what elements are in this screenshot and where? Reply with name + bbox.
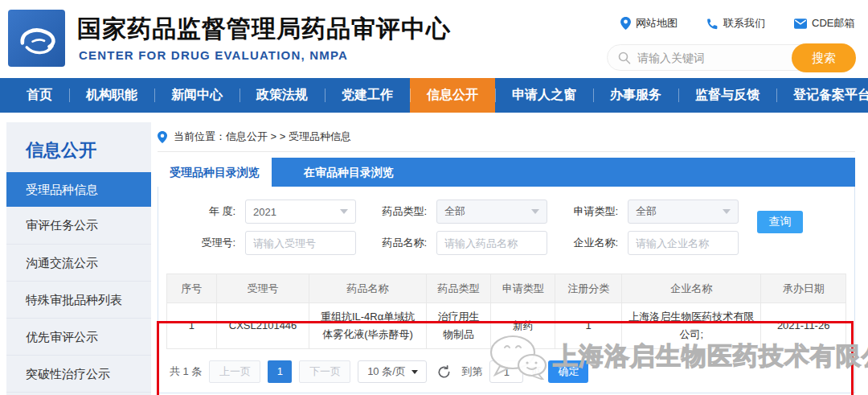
drug-name-label: 药品名称: bbox=[371, 236, 427, 250]
main-panel: 当前位置：信息公开 > > 受理品种信息 受理品种目录浏览 在审品种目录浏览 年… bbox=[158, 122, 855, 395]
content: 信息公开 受理品种信息 审评任务公示 沟通交流公示 特殊审批品种列表 优先审评公… bbox=[0, 122, 868, 395]
drug-type-select[interactable]: 全部 bbox=[436, 200, 547, 224]
filter-form: 年 度: 2021 药品类型: 全部 bbox=[158, 187, 854, 264]
sidebar: 信息公开 受理品种信息 审评任务公示 沟通交流公示 特殊审批品种列表 优先审评公… bbox=[6, 122, 151, 395]
drug-type-value: 全部 bbox=[444, 204, 465, 219]
sidebar-item-communication[interactable]: 沟通交流公示 bbox=[6, 244, 151, 281]
drug-type-label: 药品类型: bbox=[371, 204, 427, 219]
tabbar: 受理品种目录浏览 在审品种目录浏览 bbox=[158, 158, 855, 187]
cell-seq: 1 bbox=[167, 303, 217, 349]
tab-panel: 年 度: 2021 药品类型: 全部 bbox=[158, 187, 855, 393]
apply-type-label: 申请类型: bbox=[562, 204, 618, 219]
goto-prefix: 到第 bbox=[461, 364, 482, 379]
header-search: 搜索 bbox=[607, 44, 856, 72]
next-page-button[interactable]: 下一页 bbox=[299, 360, 350, 383]
company-label: 企业名称: bbox=[562, 236, 618, 250]
location-pin-icon bbox=[158, 131, 167, 143]
page-size-value: 10 条/页 bbox=[367, 364, 406, 379]
goto-page-input[interactable] bbox=[489, 360, 523, 383]
cde-logo bbox=[8, 10, 65, 67]
company-input[interactable] bbox=[628, 231, 739, 255]
cell-drug-type: 治疗用生物制品 bbox=[426, 303, 490, 349]
nav-item-supervision[interactable]: 监督与反馈 bbox=[678, 78, 776, 113]
sidebar-item-priority-review[interactable]: 优先审评公示 bbox=[6, 318, 151, 355]
cell-apply-type: 新药 bbox=[491, 303, 555, 349]
col-drug-type: 药品类型 bbox=[426, 274, 490, 303]
page-1-button[interactable]: 1 bbox=[268, 360, 292, 383]
year-label: 年 度: bbox=[179, 204, 235, 219]
filter-row-2: 受理号: 药品名称: 企业名称: bbox=[179, 231, 854, 255]
filter-row-1: 年 度: 2021 药品类型: 全部 bbox=[179, 200, 854, 224]
chevron-down-icon bbox=[411, 370, 418, 374]
sidebar-item-accepted-varieties[interactable]: 受理品种信息 bbox=[6, 172, 151, 207]
sidebar-item-three-in-one[interactable]: 三合一序列公示 bbox=[6, 392, 151, 395]
pagination: 共 1 条 上一页 1 下一页 10 条/页 到第 bbox=[170, 360, 854, 383]
results-table-wrap: 序号 受理号 药品名称 药品类型 申请类型 注册分类 企业名称 承办日期 bbox=[166, 274, 846, 349]
refresh-button[interactable] bbox=[437, 365, 451, 379]
search-input[interactable] bbox=[637, 51, 774, 64]
sitemap-label: 网站地图 bbox=[636, 16, 678, 31]
nav-item-services[interactable]: 办事服务 bbox=[593, 78, 678, 113]
chevron-down-icon bbox=[531, 209, 539, 214]
cell-drug-name: 重组抗IL-4Rα单域抗体雾化液(毕赤酵母) bbox=[309, 303, 426, 349]
contact-label: 联系我们 bbox=[723, 16, 765, 31]
acceptance-no-label: 受理号: bbox=[179, 236, 235, 250]
apply-type-value: 全部 bbox=[636, 204, 657, 219]
tab-under-review-catalog[interactable]: 在审品种目录浏览 bbox=[272, 158, 426, 187]
site-title-en: CENTER FOR DRUG EVALUATION, NMPA bbox=[79, 48, 348, 62]
nav-item-applicant-window[interactable]: 申请人之窗 bbox=[495, 78, 593, 113]
mailbox-link[interactable]: CDE邮箱 bbox=[794, 16, 854, 31]
query-button[interactable]: 查询 bbox=[757, 211, 803, 233]
year-select[interactable]: 2021 bbox=[245, 200, 356, 224]
sidebar-item-special-approval[interactable]: 特殊审批品种列表 bbox=[6, 281, 151, 318]
sidebar-item-review-tasks[interactable]: 审评任务公示 bbox=[6, 207, 151, 244]
sidebar-title: 信息公开 bbox=[6, 122, 151, 172]
nav-item-info-disclosure[interactable]: 信息公开 bbox=[410, 78, 495, 113]
acceptance-no-input[interactable] bbox=[245, 231, 356, 255]
location-pin-icon bbox=[620, 17, 631, 30]
nav-item-functions[interactable]: 机构职能 bbox=[69, 78, 154, 113]
chevron-down-icon bbox=[340, 209, 348, 214]
drug-name-input[interactable] bbox=[436, 231, 547, 255]
sitemap-link[interactable]: 网站地图 bbox=[620, 16, 678, 31]
cde-swirl-icon bbox=[14, 15, 60, 62]
goto-suffix: 页 bbox=[530, 364, 541, 379]
col-acceptance-no: 受理号 bbox=[216, 274, 309, 303]
nav-item-news[interactable]: 新闻中心 bbox=[154, 78, 240, 113]
nav-item-home[interactable]: 首页 bbox=[10, 78, 69, 113]
search-icon bbox=[618, 51, 631, 64]
col-drug-name: 药品名称 bbox=[309, 274, 426, 303]
cell-reg-class: 1 bbox=[555, 303, 622, 349]
table-row: 1 CXSL2101446 重组抗IL-4Rα单域抗体雾化液(毕赤酵母) 治疗用… bbox=[167, 303, 846, 349]
pagination-total: 共 1 条 bbox=[170, 364, 202, 379]
sidebar-item-breakthrough-therapy[interactable]: 突破性治疗公示 bbox=[6, 355, 151, 392]
nav-item-registration-platform[interactable]: 登记备案平台 bbox=[776, 78, 868, 113]
col-seq: 序号 bbox=[167, 274, 217, 303]
search-button[interactable]: 搜索 bbox=[792, 43, 856, 72]
goto-confirm-button[interactable]: 确定 bbox=[548, 360, 588, 383]
page-size-select[interactable]: 10 条/页 bbox=[358, 360, 427, 383]
breadcrumb-text: 当前位置：信息公开 > > 受理品种信息 bbox=[174, 130, 351, 144]
nav-item-policy[interactable]: 政策法规 bbox=[240, 78, 325, 113]
cell-acceptance-no: CXSL2101446 bbox=[216, 303, 309, 349]
site-header: 国家药品监督管理局药品审评中心 CENTER FOR DRUG EVALUATI… bbox=[0, 0, 868, 78]
col-reg-class: 注册分类 bbox=[555, 274, 622, 303]
site-title-cn: 国家药品监督管理局药品审评中心 bbox=[77, 13, 451, 46]
quick-links: 网站地图 联系我们 CDE邮箱 bbox=[620, 16, 854, 31]
chevron-down-icon bbox=[723, 209, 731, 214]
refresh-icon bbox=[437, 365, 451, 379]
cell-handle-date: 2021-11-26 bbox=[761, 303, 846, 349]
prev-page-button[interactable]: 上一页 bbox=[209, 360, 260, 383]
main-nav: 首页 机构职能 新闻中心 政策法规 党建工作 信息公开 申请人之窗 办事服务 监… bbox=[0, 78, 868, 113]
col-company: 企业名称 bbox=[622, 274, 761, 303]
year-value: 2021 bbox=[253, 206, 276, 218]
tab-accepted-catalog[interactable]: 受理品种目录浏览 bbox=[158, 158, 272, 187]
breadcrumb: 当前位置：信息公开 > > 受理品种信息 bbox=[158, 122, 855, 152]
contact-link[interactable]: 联系我们 bbox=[706, 16, 765, 31]
envelope-icon bbox=[794, 19, 807, 29]
page: 国家药品监督管理局药品审评中心 CENTER FOR DRUG EVALUATI… bbox=[0, 0, 868, 395]
cell-company: 上海洛启生物医药技术有限公司; bbox=[622, 303, 761, 349]
apply-type-select[interactable]: 全部 bbox=[628, 200, 739, 224]
col-handle-date: 承办日期 bbox=[761, 274, 846, 303]
nav-item-party[interactable]: 党建工作 bbox=[325, 78, 410, 113]
